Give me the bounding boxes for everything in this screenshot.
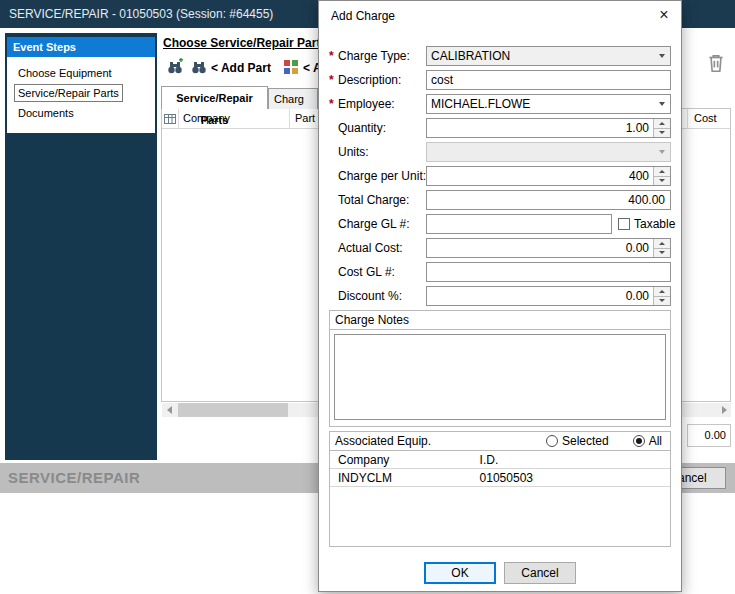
- cost-gl-label: Cost GL #:: [338, 265, 426, 279]
- discount-label: Discount %:: [338, 289, 426, 303]
- checkbox-icon: [618, 218, 630, 230]
- cost-gl-row: Cost GL #:: [329, 262, 671, 282]
- required-marker: *: [329, 73, 338, 87]
- discount-up-button[interactable]: [653, 287, 670, 296]
- chevron-down-icon: [653, 47, 670, 65]
- scroll-right-arrow-icon[interactable]: [717, 403, 731, 417]
- description-field: [426, 70, 671, 90]
- equip-row-company: INDYCLM: [330, 471, 480, 485]
- scrollbar-thumb[interactable]: [178, 403, 288, 417]
- employee-row: * Employee: MICHAEL.FLOWE: [329, 94, 671, 114]
- radio-unchecked-icon: [546, 435, 558, 447]
- cost-gl-input[interactable]: [426, 262, 671, 282]
- charge-gl-label: Charge GL #:: [338, 217, 426, 231]
- discount-row: Discount %:: [329, 286, 671, 306]
- add-part-button[interactable]: < Add Part: [211, 61, 271, 75]
- charge-gl-input[interactable]: [426, 214, 612, 234]
- units-value: [427, 143, 653, 161]
- charge-per-unit-label: Charge per Unit:: [338, 169, 426, 183]
- chevron-down-icon: [653, 143, 670, 161]
- parts-color-icon: [282, 58, 300, 76]
- actual-cost-label: Actual Cost:: [338, 241, 426, 255]
- sidebar-item-choose-equipment[interactable]: Choose Equipment: [14, 64, 116, 82]
- description-label: Description:: [338, 73, 426, 87]
- quantity-down-button[interactable]: [653, 128, 670, 138]
- actual-cost-row: Actual Cost:: [329, 238, 671, 258]
- description-row: * Description:: [329, 70, 671, 90]
- taxable-checkbox[interactable]: Taxable: [618, 217, 675, 231]
- find-part-button[interactable]: [164, 56, 186, 78]
- status-bar-label: SERVICE/REPAIR: [8, 469, 140, 486]
- find-button[interactable]: [188, 56, 210, 78]
- employee-label: Employee:: [338, 97, 426, 111]
- associated-equip-header: Associated Equip. Selected All: [330, 432, 670, 451]
- charge-notes-header: Charge Notes: [330, 311, 670, 330]
- charge-gl-row: Charge GL #: Taxable: [329, 214, 671, 234]
- equip-table: Company I.D. INDYCLM 01050503: [330, 451, 670, 487]
- associated-equip-label: Associated Equip.: [335, 432, 546, 450]
- add-charge-button[interactable]: [280, 56, 302, 78]
- actual-cost-input[interactable]: [426, 238, 671, 258]
- required-marker: *: [329, 97, 338, 111]
- sidebar: Event Steps Choose Equipment Service/Rep…: [5, 33, 157, 460]
- total-charge-row: Total Charge:: [329, 190, 671, 210]
- employee-select[interactable]: MICHAEL.FLOWE: [426, 94, 671, 114]
- units-row: Units:: [329, 142, 671, 162]
- dialog-title: Add Charge: [331, 9, 395, 23]
- sidebar-item-documents[interactable]: Documents: [14, 104, 78, 122]
- charge-notes-textarea[interactable]: [334, 334, 666, 420]
- cost-gl-field: [426, 262, 671, 282]
- sidebar-list: Choose Equipment Service/Repair Parts Do…: [7, 57, 155, 133]
- radio-all[interactable]: All: [633, 432, 662, 450]
- close-icon[interactable]: ×: [647, 1, 681, 31]
- charge-per-unit-down-button[interactable]: [653, 176, 670, 186]
- charge-per-unit-up-button[interactable]: [653, 167, 670, 176]
- quantity-up-button[interactable]: [653, 119, 670, 128]
- charge-type-select[interactable]: CALIBRATION: [426, 46, 671, 66]
- grid-col-company[interactable]: Company: [179, 109, 290, 128]
- equip-row-id: 01050503: [480, 471, 670, 485]
- discount-input[interactable]: [426, 286, 671, 306]
- sidebar-item-service-repair-parts[interactable]: Service/Repair Parts: [14, 84, 123, 102]
- dialog-buttons: OK Cancel: [329, 562, 671, 584]
- units-label: Units:: [338, 145, 426, 159]
- units-select[interactable]: [426, 142, 671, 162]
- equip-table-row[interactable]: INDYCLM 01050503: [330, 469, 670, 487]
- discount-down-button[interactable]: [653, 296, 670, 306]
- app-window: SERVICE/REPAIR - 01050503 (Session: #644…: [0, 0, 735, 594]
- tab-charges[interactable]: Charg: [268, 88, 318, 109]
- quantity-label: Quantity:: [338, 121, 426, 135]
- total-charge-label: Total Charge:: [338, 193, 426, 207]
- total-charge-field: [426, 190, 671, 210]
- discount-stepper: [426, 286, 671, 306]
- quantity-row: Quantity:: [329, 118, 671, 138]
- grid-col-cost[interactable]: Cost: [688, 109, 730, 128]
- taxable-label: Taxable: [634, 217, 675, 231]
- charge-type-row: * Charge Type: CALIBRATION: [329, 46, 671, 66]
- description-input[interactable]: [426, 70, 671, 90]
- ok-button[interactable]: OK: [424, 562, 496, 584]
- equip-table-header: Company I.D.: [330, 451, 670, 469]
- dialog-body: * Charge Type: CALIBRATION * Description…: [319, 31, 681, 584]
- equip-col-company: Company: [330, 453, 480, 467]
- radio-selected-label: Selected: [562, 432, 609, 450]
- scroll-left-arrow-icon[interactable]: [162, 403, 176, 417]
- tab-service-repair-parts[interactable]: Service/Repair Parts: [161, 86, 268, 109]
- grid-cells-icon: [162, 109, 179, 128]
- actual-cost-down-button[interactable]: [653, 248, 670, 258]
- actual-cost-stepper: [426, 238, 671, 258]
- charge-type-label: Charge Type:: [338, 49, 426, 63]
- charge-notes-group: Charge Notes: [329, 310, 671, 427]
- trash-icon[interactable]: [705, 52, 729, 76]
- quantity-input[interactable]: [426, 118, 671, 138]
- employee-value: MICHAEL.FLOWE: [427, 95, 653, 113]
- associated-equip-group: Associated Equip. Selected All Company I…: [329, 431, 671, 547]
- cancel-button[interactable]: Cancel: [504, 562, 576, 584]
- quantity-stepper: [426, 118, 671, 138]
- total-charge-input[interactable]: [426, 190, 671, 210]
- actual-cost-up-button[interactable]: [653, 239, 670, 248]
- charge-per-unit-input[interactable]: [426, 166, 671, 186]
- add-charge-dialog: Add Charge × * Charge Type: CALIBRATION …: [318, 0, 682, 592]
- radio-selected[interactable]: Selected: [546, 432, 609, 450]
- window-title: SERVICE/REPAIR - 01050503 (Session: #644…: [9, 7, 273, 21]
